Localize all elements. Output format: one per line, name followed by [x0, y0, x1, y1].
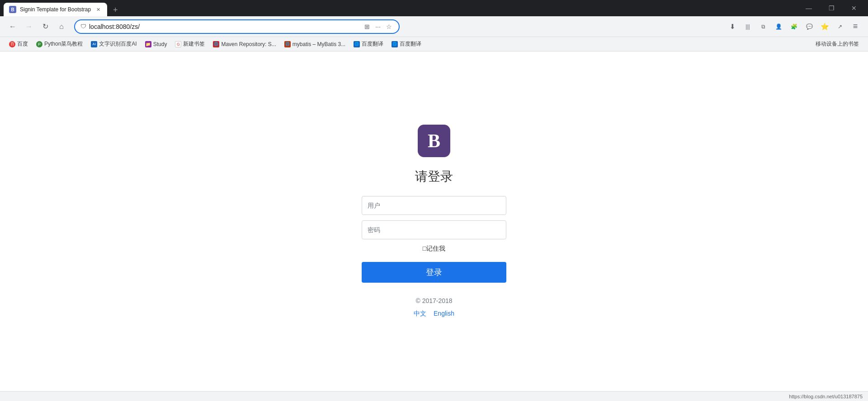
remember-me-container: □记住我 — [423, 245, 445, 253]
password-group — [362, 220, 506, 239]
login-button[interactable]: 登录 — [362, 262, 506, 283]
tab-bar: B Signin Template for Bootstrap ✕ + — [4, 0, 795, 16]
minimize-button[interactable]: — — [798, 0, 819, 16]
google-icon: G — [175, 41, 181, 47]
navigation-bar: ← → ↻ ⌂ 🛡 localhost:8080/zs/ ⊞ ··· ☆ ⬇ |… — [0, 16, 868, 37]
new-tab-button[interactable]: + — [109, 4, 122, 16]
forward-button[interactable]: → — [22, 19, 36, 34]
address-bar[interactable]: 🛡 localhost:8080/zs/ ⊞ ··· ☆ — [74, 19, 400, 34]
tab-close-button[interactable]: ✕ — [94, 6, 102, 13]
python-icon: P — [36, 41, 42, 47]
back-button[interactable]: ← — [5, 19, 20, 34]
collections-button[interactable]: ||| — [741, 19, 755, 34]
bookmark-ai[interactable]: AI 文字识别百度AI — [87, 39, 140, 49]
copyright-text: © 2017-2018 — [415, 297, 452, 304]
tab-favicon: B — [9, 6, 16, 13]
bookmark-mybatis[interactable]: 🌐 mybatis – MyBatis 3... — [281, 40, 349, 49]
fanyi1-icon: 🌐 — [354, 41, 360, 47]
extensions-button[interactable]: 🧩 — [787, 19, 801, 34]
login-form-container: B 请登录 □记住我 登录 © 2017-2018 中文 English — [362, 125, 506, 318]
bookmark-study[interactable]: 📁 Study — [142, 40, 171, 49]
restore-button[interactable]: ❐ — [821, 0, 842, 16]
bookmark-newtab[interactable]: G 新建书签 — [171, 39, 208, 49]
bookmarks-bar: 百 百度 P Python菜鸟教程 AI 文字识别百度AI 📁 Study G … — [0, 37, 868, 51]
window-controls: — ❐ ✕ — [798, 0, 864, 16]
split-view-button[interactable]: ⧉ — [756, 19, 770, 34]
status-url: https://blog.csdn.net/u013187875 — [789, 394, 863, 399]
reload-button[interactable]: ↻ — [38, 19, 52, 34]
lang-en-link[interactable]: English — [434, 310, 454, 318]
share-button[interactable]: ↗ — [833, 19, 847, 34]
bookmark-fanyi1[interactable]: 🌐 百度翻译 — [350, 39, 387, 49]
ai-icon: AI — [91, 41, 97, 47]
bootstrap-logo: B — [418, 125, 450, 157]
password-input[interactable] — [362, 220, 506, 239]
bookmark-baidu[interactable]: 百 百度 — [5, 39, 32, 49]
more-dots-icon[interactable]: ··· — [373, 22, 382, 31]
home-button[interactable]: ⌂ — [54, 19, 69, 34]
username-input[interactable] — [362, 196, 506, 215]
download-button[interactable]: ⬇ — [725, 19, 740, 34]
lang-zh-link[interactable]: 中文 — [414, 310, 426, 318]
star-icon[interactable]: ☆ — [384, 22, 393, 31]
account-button[interactable]: 👤 — [771, 19, 786, 34]
username-group — [362, 196, 506, 215]
shield-icon: 🛡 — [80, 23, 86, 30]
browser-menu-button[interactable]: ≡ — [848, 19, 863, 34]
page-content: B 请登录 □记住我 登录 © 2017-2018 中文 English — [0, 51, 868, 391]
browser-frame: B Signin Template for Bootstrap ✕ + — ❐ … — [0, 0, 868, 401]
feedback-button[interactable]: 💬 — [802, 19, 816, 34]
favorites-icon[interactable]: ⭐ — [817, 19, 832, 34]
close-button[interactable]: ✕ — [844, 0, 864, 16]
tab-title: Signin Template for Bootstrap — [20, 6, 91, 13]
status-bar: https://blog.csdn.net/u013187875 — [0, 391, 868, 401]
mybatis-icon: 🌐 — [284, 41, 291, 47]
language-links: 中文 English — [414, 310, 454, 318]
address-text: localhost:8080/zs/ — [89, 23, 360, 30]
grid-icon[interactable]: ⊞ — [363, 22, 372, 31]
remember-me-label: □记住我 — [423, 245, 445, 253]
mobile-bookmarks-link[interactable]: 移动设备上的书签 — [812, 39, 863, 49]
address-right-icons: ⊞ ··· ☆ — [363, 22, 393, 31]
fanyi2-icon: 🌐 — [392, 41, 398, 47]
title-bar: B Signin Template for Bootstrap ✕ + — ❐ … — [0, 0, 868, 16]
nav-right-icons: ⬇ ||| ⧉ 👤 🧩 💬 ⭐ ↗ ≡ — [725, 19, 863, 34]
bookmark-maven[interactable]: 🌐 Maven Repository: S... — [209, 40, 279, 49]
maven-icon: 🌐 — [213, 41, 219, 47]
study-folder-icon: 📁 — [145, 41, 151, 47]
page-title: 请登录 — [415, 168, 453, 185]
baidu-icon: 百 — [9, 41, 15, 47]
active-tab[interactable]: B Signin Template for Bootstrap ✕ — [4, 3, 107, 16]
bookmark-python[interactable]: P Python菜鸟教程 — [33, 39, 86, 49]
bookmark-fanyi2[interactable]: 🌐 百度翻译 — [388, 39, 425, 49]
